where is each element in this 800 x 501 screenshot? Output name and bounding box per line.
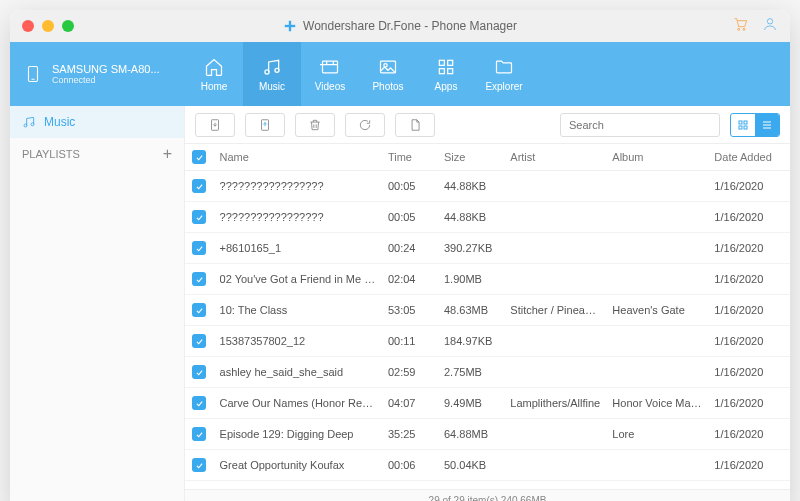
svg-point-7 [265,69,269,73]
col-date-header[interactable]: Date Added [708,144,790,171]
delete-button[interactable] [295,113,335,137]
cell-size: 9.49MB [438,388,504,419]
svg-rect-16 [448,60,453,65]
svg-rect-1 [285,25,296,27]
table-row[interactable]: ?????????????????00:0544.88KB1/16/2020 [185,171,790,202]
row-checkbox[interactable] [192,210,206,224]
table-row[interactable]: +8610165_100:24390.27KB1/16/2020 [185,233,790,264]
cell-time: 35:25 [382,419,438,450]
cell-size: 50.04KB [438,450,504,481]
col-check-header[interactable] [185,144,214,171]
col-name-header[interactable]: Name [214,144,382,171]
cell-time: 02:59 [382,357,438,388]
grid-view-button[interactable] [731,114,755,136]
status-bar: 29 of 29 item(s),240.66MB [185,489,790,501]
refresh-icon [358,118,372,132]
nav-explorer-label: Explorer [485,81,522,92]
device-panel[interactable]: SAMSUNG SM-A80... Connected [10,42,185,106]
nav-music[interactable]: Music [243,42,301,106]
sidebar-music-label: Music [44,115,75,129]
nav-videos-label: Videos [315,81,345,92]
close-window-button[interactable] [22,20,34,32]
row-checkbox[interactable] [192,396,206,410]
col-album-header[interactable]: Album [606,144,708,171]
cell-album [606,450,708,481]
search-input[interactable] [569,119,707,131]
grid-icon [737,119,749,131]
select-all-checkbox[interactable] [192,150,206,164]
svg-rect-9 [323,61,338,73]
search-box[interactable] [560,113,720,137]
window-controls [22,20,74,32]
import-button[interactable] [195,113,235,137]
cell-artist [504,419,606,450]
nav-home[interactable]: Home [185,42,243,106]
table-row[interactable]: 10: The Class53:0548.63MBStitcher / Pine… [185,295,790,326]
cell-album [606,171,708,202]
add-playlist-button[interactable]: + [163,145,172,163]
row-checkbox[interactable] [192,272,206,286]
row-checkbox[interactable] [192,427,206,441]
music-note-icon [22,115,36,129]
refresh-button[interactable] [345,113,385,137]
device-name: SAMSUNG SM-A80... [52,63,160,75]
cell-size: 64.88MB [438,419,504,450]
cell-date: 1/16/2020 [708,326,790,357]
cell-date: 1/16/2020 [708,264,790,295]
cell-size: 48.63MB [438,295,504,326]
cart-button[interactable] [732,16,748,36]
table-scroll[interactable]: Name Time Size Artist Album Date Added ?… [185,144,790,489]
cell-album [606,326,708,357]
music-icon [262,57,282,77]
sidebar-music[interactable]: Music [10,106,184,138]
table-row[interactable]: 15387357802_1200:11184.97KB1/16/2020 [185,326,790,357]
svg-point-19 [24,124,27,127]
cell-artist [504,202,606,233]
view-toggle [730,113,780,137]
table-row[interactable]: Great Opportunity Koufax00:0650.04KB1/16… [185,450,790,481]
phone-icon [24,61,42,87]
nav-photos[interactable]: Photos [359,42,417,106]
row-checkbox[interactable] [192,334,206,348]
col-artist-header[interactable]: Artist [504,144,606,171]
nav-explorer[interactable]: Explorer [475,42,533,106]
user-button[interactable] [762,16,778,36]
row-checkbox[interactable] [192,458,206,472]
zoom-window-button[interactable] [62,20,74,32]
apps-icon [436,57,456,77]
table-row[interactable]: LA Times Presents Detective Trapp...08:3… [185,481,790,490]
table-row[interactable]: Episode 129: Digging Deep35:2564.88MBLor… [185,419,790,450]
window-title: Wondershare Dr.Fone - Phone Manager [10,19,790,33]
sidebar: Music PLAYLISTS + [10,106,185,501]
device-status: Connected [52,75,160,85]
table-row[interactable]: Carve Our Names (Honor Remixed)04:079.49… [185,388,790,419]
row-checkbox[interactable] [192,303,206,317]
content-area: Name Time Size Artist Album Date Added ?… [185,106,790,501]
home-icon [204,57,224,77]
row-checkbox[interactable] [192,241,206,255]
cell-date: 1/16/2020 [708,419,790,450]
col-time-header[interactable]: Time [382,144,438,171]
export-button[interactable] [245,113,285,137]
cell-time: 04:07 [382,388,438,419]
cell-album [606,233,708,264]
cell-artist [504,450,606,481]
cell-artist: Lamplithers/Allfine [504,388,606,419]
cell-time: 53:05 [382,295,438,326]
table-row[interactable]: 02 You've Got a Friend in Me (From...02:… [185,264,790,295]
dedupe-button[interactable] [395,113,435,137]
cell-name: ashley he_said_she_said [214,357,382,388]
nav-videos[interactable]: Videos [301,42,359,106]
list-view-button[interactable] [755,114,779,136]
minimize-window-button[interactable] [42,20,54,32]
window-title-text: Wondershare Dr.Fone - Phone Manager [303,19,517,33]
row-checkbox[interactable] [192,365,206,379]
nav-home-label: Home [201,81,228,92]
cell-album [606,357,708,388]
row-checkbox[interactable] [192,179,206,193]
col-size-header[interactable]: Size [438,144,504,171]
cell-size: 44.88KB [438,171,504,202]
table-row[interactable]: ?????????????????00:0544.88KB1/16/2020 [185,202,790,233]
table-row[interactable]: ashley he_said_she_said02:592.75MB1/16/2… [185,357,790,388]
nav-apps[interactable]: Apps [417,42,475,106]
